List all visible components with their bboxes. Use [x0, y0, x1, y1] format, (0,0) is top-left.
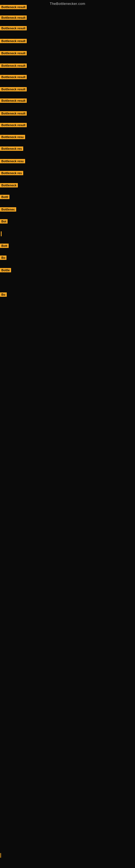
bottleneck-badge-2[interactable]: Bottleneck result	[0, 16, 27, 21]
bottleneck-badge-label-8: Bottleneck result	[0, 87, 27, 91]
bottleneck-badge-label-7: Bottleneck result	[0, 75, 27, 79]
bottleneck-badge-22[interactable]: Bottle	[0, 268, 11, 273]
bottleneck-badge-12[interactable]: Bottleneck resu	[0, 135, 25, 140]
bottleneck-badge-label-11: Bottleneck result	[0, 123, 27, 127]
bottleneck-badge-11[interactable]: Bottleneck result	[0, 123, 27, 128]
bottleneck-badge-label-5: Bottleneck result	[0, 51, 27, 55]
bottleneck-badge-1[interactable]: Bottleneck result	[0, 5, 27, 10]
bottleneck-badge-23[interactable]: Bo	[0, 292, 7, 298]
vertical-line	[1, 231, 2, 236]
bottleneck-badge-10[interactable]: Bottleneck result	[0, 111, 27, 117]
bottleneck-badge-label-2: Bottleneck result	[0, 16, 27, 20]
bottleneck-badge-label-10: Bottleneck result	[0, 111, 27, 116]
bottleneck-badge-13[interactable]: Bottleneck res	[0, 147, 23, 152]
bottleneck-badge-8[interactable]: Bottleneck result	[0, 87, 27, 93]
bottleneck-badge-label-22: Bottle	[0, 268, 11, 272]
bottleneck-badge-label-16: Bottleneck	[0, 183, 18, 187]
bottleneck-badge-15[interactable]: Bottleneck res	[0, 171, 23, 176]
bottleneck-badge-3[interactable]: Bottleneck result	[0, 26, 27, 31]
bottleneck-badge-16[interactable]: Bottleneck	[0, 183, 18, 188]
bottleneck-badge-label-12: Bottleneck resu	[0, 135, 25, 139]
bottleneck-badge-label-19: Bot	[0, 219, 8, 223]
bottleneck-badge-18[interactable]: Bottlenec	[0, 207, 16, 213]
bottleneck-badge-label-23: Bo	[0, 292, 7, 297]
bottleneck-badge-19[interactable]: Bot	[0, 219, 8, 225]
bottleneck-badge-17[interactable]: Bottl	[0, 195, 9, 200]
bottleneck-badge-label-15: Bottleneck res	[0, 171, 23, 175]
bottleneck-badge-label-20: Bott	[0, 244, 9, 248]
bottleneck-badge-label-14: Bottleneck resu	[0, 159, 25, 163]
bottleneck-badge-4[interactable]: Bottleneck result	[0, 39, 27, 44]
bottleneck-badge-label-4: Bottleneck result	[0, 39, 27, 43]
bottleneck-badge-5[interactable]: Bottleneck result	[0, 51, 27, 56]
bottleneck-badge-7[interactable]: Bottleneck result	[0, 75, 27, 80]
bottleneck-badge-6[interactable]: Bottleneck result	[0, 63, 27, 69]
bottleneck-badge-label-21: Bo	[0, 255, 6, 260]
bottleneck-badge-label-9: Bottleneck result	[0, 98, 27, 103]
bottleneck-badge-9[interactable]: Bottleneck result	[0, 98, 27, 104]
vertical-line-indicator: |	[0, 852, 1, 858]
bottleneck-badge-label-13: Bottleneck res	[0, 147, 23, 151]
bottleneck-badge-label-18: Bottlenec	[0, 207, 16, 212]
bottleneck-badge-label-17: Bottl	[0, 195, 9, 199]
bottleneck-badge-20[interactable]: Bott	[0, 244, 9, 249]
bottleneck-badge-label-6: Bottleneck result	[0, 63, 27, 68]
bottleneck-badge-14[interactable]: Bottleneck resu	[0, 159, 25, 164]
bottleneck-badge-label-3: Bottleneck result	[0, 26, 27, 30]
bottleneck-badge-21[interactable]: Bo	[0, 255, 6, 261]
bottleneck-badge-label-1: Bottleneck result	[0, 5, 27, 9]
